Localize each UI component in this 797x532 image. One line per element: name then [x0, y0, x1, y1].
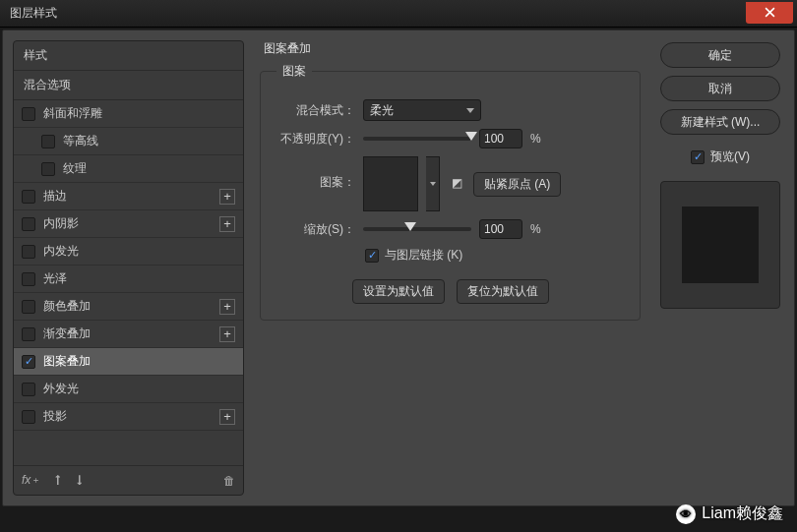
add-effect-icon[interactable]: +: [219, 409, 235, 425]
add-effect-icon[interactable]: +: [219, 216, 235, 232]
checkbox-icon: [22, 327, 35, 341]
sidebar-item[interactable]: 内阴影 +: [14, 210, 243, 238]
right-column: 确定 取消 新建样式 (W)... 预览(V): [656, 30, 794, 505]
pattern-swatch[interactable]: [363, 156, 418, 211]
fieldset-legend: 图案: [276, 63, 312, 80]
preview-label: 预览(V): [710, 148, 750, 165]
styles-sidebar: 样式 混合选项 斜面和浮雕 等高线 纹理 描边 + 内阴影 + 内发光 光泽 颜…: [13, 40, 244, 496]
main-panel: 图案叠加 图案 混合模式： 柔光 不透明度(Y)： 100 % 图案： ◩ 贴紧: [244, 30, 656, 505]
sidebar-item[interactable]: 纹理: [14, 155, 243, 183]
sidebar-item-label: 等高线: [63, 133, 235, 149]
sidebar-item[interactable]: 图案叠加: [14, 348, 243, 376]
sidebar-item[interactable]: 渐变叠加 +: [14, 321, 243, 348]
blend-mode-dropdown[interactable]: 柔光: [363, 99, 481, 121]
pattern-fieldset: 图案 混合模式： 柔光 不透明度(Y)： 100 % 图案： ◩ 贴紧原点 (A…: [260, 63, 641, 321]
add-effect-icon[interactable]: +: [219, 326, 235, 342]
sidebar-header-styles[interactable]: 样式: [14, 41, 243, 71]
ok-button[interactable]: 确定: [660, 42, 780, 68]
sidebar-item-label: 描边: [43, 188, 219, 205]
sidebar-item-label: 外发光: [43, 381, 235, 397]
arrow-down-icon[interactable]: 🠗: [74, 474, 86, 488]
sidebar-item-label: 纹理: [63, 160, 235, 177]
cancel-button[interactable]: 取消: [660, 76, 780, 101]
add-effect-icon[interactable]: +: [219, 189, 235, 205]
checkbox-icon: [41, 162, 55, 176]
sidebar-item[interactable]: 投影 +: [14, 403, 243, 431]
link-with-layer-checkbox[interactable]: 与图层链接 (K): [365, 247, 624, 264]
weibo-icon: [676, 504, 696, 524]
pattern-dropdown[interactable]: [426, 156, 440, 211]
window-title: 图层样式: [10, 5, 746, 22]
sidebar-item[interactable]: 描边 +: [14, 183, 243, 210]
dialog-content: 样式 混合选项 斜面和浮雕 等高线 纹理 描边 + 内阴影 + 内发光 光泽 颜…: [2, 30, 795, 506]
sidebar-item[interactable]: 斜面和浮雕: [14, 100, 243, 128]
checkbox-icon: [22, 190, 35, 204]
titlebar: 图层样式: [0, 0, 797, 28]
checkbox-icon: [22, 410, 35, 424]
close-button[interactable]: [746, 2, 793, 24]
sidebar-header-blend-options[interactable]: 混合选项: [14, 71, 243, 100]
scale-unit: %: [530, 222, 541, 236]
check-icon: [691, 150, 705, 164]
sidebar-item-label: 渐变叠加: [43, 325, 219, 342]
link-label: 与图层链接 (K): [385, 247, 462, 264]
snap-origin-button[interactable]: 贴紧原点 (A): [473, 172, 561, 197]
default-buttons-row: 设置为默认值 复位为默认值: [276, 279, 624, 304]
opacity-input[interactable]: 100: [479, 129, 522, 148]
checkbox-icon: [22, 217, 35, 231]
checkbox-icon: [22, 355, 35, 369]
opacity-unit: %: [530, 132, 541, 146]
checkbox-icon: [22, 300, 35, 314]
fx-icon[interactable]: fx﹢: [22, 472, 42, 489]
pattern-row: 图案： ◩ 贴紧原点 (A): [276, 156, 624, 211]
checkbox-icon: [22, 272, 35, 286]
section-title: 图案叠加: [264, 40, 641, 57]
pattern-label: 图案：: [276, 156, 355, 191]
reset-default-button[interactable]: 复位为默认值: [457, 279, 549, 304]
sidebar-item-label: 图案叠加: [43, 353, 235, 370]
new-preset-icon[interactable]: ◩: [448, 174, 465, 192]
preview-box: [660, 181, 780, 309]
scale-label: 缩放(S)：: [276, 221, 355, 238]
checkbox-icon: [22, 245, 35, 259]
sidebar-item[interactable]: 颜色叠加 +: [14, 293, 243, 321]
opacity-slider[interactable]: [363, 137, 471, 141]
sidebar-item[interactable]: 内发光: [14, 238, 243, 266]
new-style-button[interactable]: 新建样式 (W)...: [660, 109, 780, 135]
scale-slider[interactable]: [363, 227, 471, 231]
set-default-button[interactable]: 设置为默认值: [352, 279, 445, 304]
sidebar-footer: fx﹢ 🠕 🠗 🗑: [14, 465, 243, 495]
preview-checkbox[interactable]: 预览(V): [660, 148, 780, 165]
opacity-row: 不透明度(Y)： 100 %: [276, 129, 624, 148]
scale-input[interactable]: 100: [479, 219, 522, 239]
check-icon: [365, 249, 379, 263]
close-icon: [765, 7, 775, 18]
sidebar-item[interactable]: 光泽: [14, 266, 243, 293]
sidebar-item[interactable]: 外发光: [14, 376, 243, 403]
checkbox-icon: [41, 135, 55, 148]
blend-mode-row: 混合模式： 柔光: [276, 99, 624, 121]
watermark: Liam赖俊鑫: [676, 503, 783, 524]
blend-mode-label: 混合模式：: [276, 102, 355, 119]
sidebar-item-label: 投影: [43, 408, 219, 425]
trash-icon[interactable]: 🗑: [223, 474, 235, 488]
add-effect-icon[interactable]: +: [219, 299, 235, 315]
scale-row: 缩放(S)： 100 %: [276, 219, 624, 239]
preview-swatch: [682, 207, 759, 283]
sidebar-item-label: 内发光: [43, 243, 235, 260]
sidebar-item-label: 颜色叠加: [43, 298, 219, 315]
checkbox-icon: [22, 107, 35, 121]
sidebar-item[interactable]: 等高线: [14, 128, 243, 155]
sidebar-item-label: 光泽: [43, 270, 235, 287]
checkbox-icon: [22, 383, 35, 396]
opacity-label: 不透明度(Y)：: [276, 131, 355, 148]
sidebar-item-label: 内阴影: [43, 215, 219, 232]
sidebar-item-label: 斜面和浮雕: [43, 105, 235, 122]
arrow-up-icon[interactable]: 🠕: [52, 474, 64, 488]
